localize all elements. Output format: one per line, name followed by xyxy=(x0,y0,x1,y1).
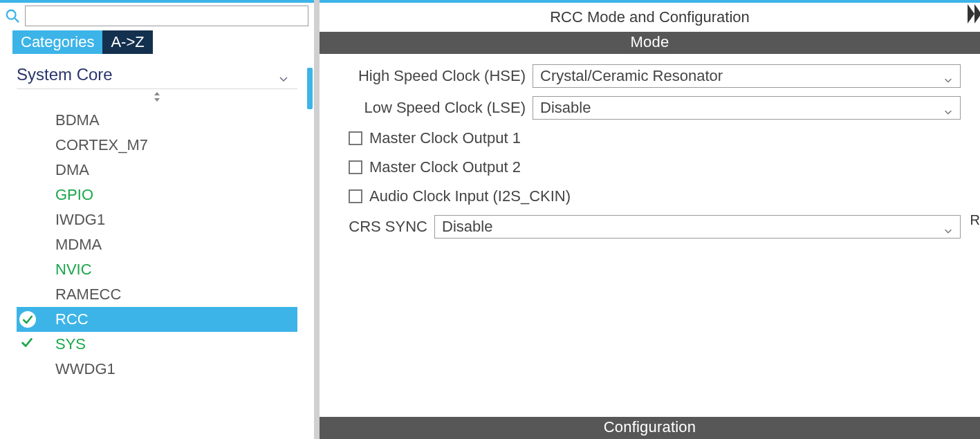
right-gutter-letter: R xyxy=(970,212,980,227)
right-panel: RCC Mode and Configuration Mode High Spe… xyxy=(320,0,980,439)
search-icon[interactable] xyxy=(4,8,21,24)
chevron-down-icon xyxy=(943,103,953,113)
crs-value: Disable xyxy=(442,218,492,236)
i2s-checkbox[interactable] xyxy=(349,189,362,203)
tree-item-gpio[interactable]: GPIO xyxy=(17,183,297,207)
svg-marker-4 xyxy=(968,4,974,24)
tree-item-cortex-m7[interactable]: CORTEX_M7 xyxy=(17,133,297,158)
chevron-down-icon xyxy=(943,222,953,232)
tab-categories[interactable]: Categories xyxy=(12,30,102,54)
peripheral-tree: BDMA CORTEX_M7 DMA GPIO IWDG1 MDMA NVIC … xyxy=(17,104,297,382)
lse-select[interactable]: Disable xyxy=(533,96,961,120)
tree-item-nvic[interactable]: NVIC xyxy=(17,257,297,282)
mode-header-bar: Mode xyxy=(320,32,980,54)
mco1-checkbox[interactable] xyxy=(349,131,362,145)
tree-item-rcc[interactable]: RCC xyxy=(17,307,297,332)
view-tabs: Categories A->Z xyxy=(0,30,314,54)
tree-item-sys[interactable]: SYS xyxy=(17,332,297,357)
left-panel: Categories A->Z System Core BDMA CORTEX_… xyxy=(0,0,320,439)
hse-label: High Speed Clock (HSE) xyxy=(339,67,533,85)
collapse-handle-icon[interactable] xyxy=(968,4,980,24)
svg-marker-5 xyxy=(974,4,980,24)
search-input[interactable] xyxy=(25,6,308,26)
tree-item-bdma[interactable]: BDMA xyxy=(17,108,297,133)
svg-marker-2 xyxy=(154,92,160,95)
sort-glyph[interactable] xyxy=(17,89,297,104)
lse-label: Low Speed Clock (LSE) xyxy=(339,99,533,117)
tree-item-ramecc[interactable]: RAMECC xyxy=(17,282,297,307)
tree-item-mdma[interactable]: MDMA xyxy=(17,232,297,257)
chevron-down-icon xyxy=(943,71,953,81)
i2s-label: Audio Clock Input (I2S_CKIN) xyxy=(369,187,571,205)
mco2-label: Master Clock Output 2 xyxy=(369,158,521,176)
tab-alphabetical[interactable]: A->Z xyxy=(102,30,152,54)
tree-item-wwdg1[interactable]: WWDG1 xyxy=(17,357,297,382)
tree-item-iwdg1[interactable]: IWDG1 xyxy=(17,207,297,232)
left-scroll-thumb[interactable] xyxy=(307,68,313,109)
tree-item-dma[interactable]: DMA xyxy=(17,158,297,183)
hse-value: Crystal/Ceramic Resonator xyxy=(540,67,723,85)
crs-select[interactable]: Disable xyxy=(434,215,961,239)
section-title: System Core xyxy=(17,65,113,84)
panel-title: RCC Mode and Configuration xyxy=(320,3,980,32)
hse-select[interactable]: Crystal/Ceramic Resonator xyxy=(533,64,961,88)
svg-line-1 xyxy=(15,18,19,22)
crs-label: CRS SYNC xyxy=(339,218,434,236)
mco1-label: Master Clock Output 1 xyxy=(369,129,521,147)
check-circle-icon xyxy=(19,311,36,328)
section-header-system-core[interactable]: System Core xyxy=(17,59,297,89)
svg-marker-3 xyxy=(154,98,160,102)
lse-value: Disable xyxy=(540,99,591,117)
svg-point-0 xyxy=(7,10,16,19)
chevron-down-icon xyxy=(278,69,289,80)
check-icon xyxy=(19,335,35,354)
configuration-header-bar[interactable]: Configuration xyxy=(320,417,980,439)
mco2-checkbox[interactable] xyxy=(349,160,362,174)
